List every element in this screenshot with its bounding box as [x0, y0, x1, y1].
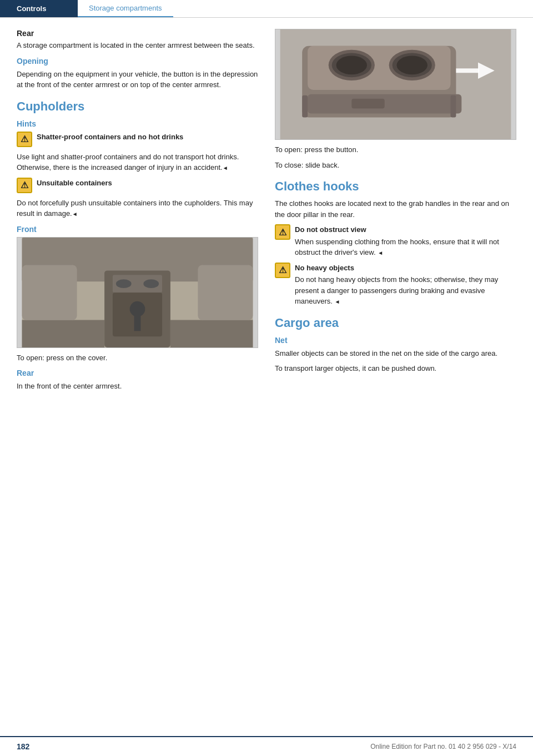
svg-rect-28	[451, 95, 456, 118]
warning-heavy-text: No heavy objects Do not hang heavy objec…	[295, 263, 516, 307]
warning-obstruct-end	[378, 248, 383, 256]
warning-icon-4: ⚠	[275, 263, 290, 278]
front-cupholder-image	[17, 237, 258, 348]
header-tab-storage: Storage compartments	[78, 0, 173, 17]
svg-rect-5	[134, 309, 141, 331]
warning-shatter-proof-text: Shatter-proof containers and no hot drin…	[37, 132, 183, 144]
cargo-area-title: Cargo area	[275, 316, 516, 330]
warning2-title: Unsuitable containers	[37, 178, 112, 189]
hints-title: Hints	[17, 119, 258, 128]
svg-rect-13	[22, 265, 77, 320]
warning-heavy: ⚠ No heavy objects Do not hang heavy obj…	[275, 263, 516, 307]
clothes-hooks-body: The clothes hooks are located next to th…	[275, 198, 516, 220]
warning-icon-1: ⚠	[17, 132, 32, 147]
warning1-body: Use light and shatter-proof containers a…	[17, 152, 258, 173]
svg-point-8	[116, 279, 132, 288]
svg-rect-10	[22, 320, 105, 347]
front-caption: To open: press on the cover.	[17, 352, 258, 364]
rear-title: Rear	[17, 29, 258, 38]
warning-unsuitable-text: Unsuitable containers	[37, 178, 112, 190]
svg-point-9	[143, 279, 159, 288]
warning-heavy-body: Do not hang heavy objects from the hooks…	[295, 275, 498, 305]
warning-obstruct-title: Do not obstruct view	[295, 224, 516, 235]
warning2-body: Do not forcefully push unsuitable contai…	[17, 198, 258, 219]
opening-title: Opening	[17, 57, 258, 65]
page-number: 182	[17, 742, 29, 751]
warning1-title: Shatter-proof containers and no hot drin…	[37, 132, 183, 143]
cupholders-title: Cupholders	[17, 99, 258, 114]
page-header: Controls Storage compartments	[0, 0, 533, 18]
net-title: Net	[275, 336, 516, 345]
net-body2: To transport larger objects, it can be p…	[275, 363, 516, 374]
to-close-text: To close: slide back.	[275, 160, 516, 171]
clothes-hooks-title: Clothes hooks	[275, 179, 516, 194]
right-column: To open: press the button. To close: sli…	[275, 29, 516, 396]
svg-rect-11	[170, 320, 253, 347]
warning-heavy-end	[335, 297, 340, 305]
svg-rect-12	[198, 265, 253, 320]
main-content: Rear A storage compartment is located in…	[0, 18, 533, 407]
footer-info: Online Edition for Part no. 01 40 2 956 …	[370, 743, 516, 750]
front-title: Front	[17, 225, 258, 234]
rear2-body: In the front of the center armrest.	[17, 381, 258, 392]
svg-point-22	[396, 56, 427, 75]
svg-point-21	[336, 56, 367, 75]
page-footer: 182 Online Edition for Part no. 01 40 2 …	[0, 736, 533, 756]
storage-tab-label: Storage compartments	[89, 4, 162, 12]
svg-rect-24	[456, 68, 479, 73]
warning-obstruct: ⚠ Do not obstruct view When suspending c…	[275, 224, 516, 258]
warning-icon-2: ⚠	[17, 178, 32, 193]
controls-tab-label: Controls	[17, 4, 46, 13]
header-tab-controls: Controls	[0, 0, 78, 17]
svg-rect-27	[302, 95, 308, 118]
warning-obstruct-body: When suspending clothing from the hooks,…	[295, 238, 499, 257]
warning-icon-3: ⚠	[275, 224, 290, 240]
warning-shatter-proof: ⚠ Shatter-proof containers and no hot dr…	[17, 132, 258, 147]
net-body1: Smaller objects can be stored in the net…	[275, 348, 516, 359]
warning-heavy-title: No heavy objects	[295, 263, 516, 274]
warning-unsuitable: ⚠ Unsuitable containers	[17, 178, 258, 193]
armrest-image	[275, 29, 516, 140]
opening-body: Depending on the equipment in your vehic…	[17, 69, 258, 90]
warning-obstruct-text: Do not obstruct view When suspending clo…	[295, 224, 516, 258]
rear2-title: Rear	[17, 369, 258, 377]
to-open-text: To open: press the button.	[275, 144, 516, 155]
rear-body: A storage compartment is located in the …	[17, 40, 258, 51]
left-column: Rear A storage compartment is located in…	[17, 29, 258, 396]
svg-rect-26	[351, 99, 384, 109]
